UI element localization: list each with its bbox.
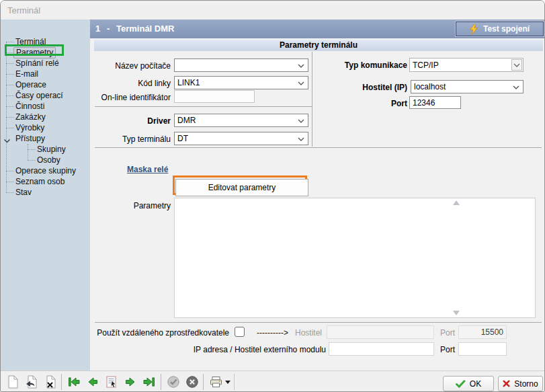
sidebar-item-seznam-osob[interactable]: Seznam osob xyxy=(1,176,90,187)
next-record-button[interactable] xyxy=(122,375,138,389)
main-panel: 1 - Terminál DMR Test spojení Parametry … xyxy=(90,19,545,370)
record-title: Terminál DMR xyxy=(116,24,174,34)
relay-mask-link[interactable]: Maska relé xyxy=(127,165,168,174)
sidebar-item-operace[interactable]: Operace xyxy=(1,79,90,90)
cancel-button[interactable] xyxy=(184,375,200,389)
toolbar-separator xyxy=(161,374,161,390)
delete-record-icon xyxy=(44,375,56,389)
browse-records-icon xyxy=(105,375,118,389)
ok-button-label: OK xyxy=(470,379,481,389)
sidebar-item-casy-operaci[interactable]: Časy operací xyxy=(1,90,90,101)
print-icon xyxy=(209,375,223,389)
driver-label: Driver xyxy=(90,116,171,126)
window-title: Terminál xyxy=(7,5,40,15)
line-code-combobox[interactable]: LINK1 xyxy=(174,76,308,89)
external-module-host-label: IP adresa / Hostitel externího modulu xyxy=(171,345,326,354)
toolbar-separator xyxy=(234,374,235,390)
sidebar-item-spinani-rele[interactable]: Spínání relé xyxy=(1,58,90,69)
sidebar-item-stav[interactable]: Stav xyxy=(1,187,90,198)
scroll-down-icon[interactable] xyxy=(453,311,460,315)
sidebar-item-skupiny[interactable]: Skupiny xyxy=(1,144,90,155)
driver-combobox[interactable]: DMR xyxy=(174,114,308,127)
revert-record-button[interactable] xyxy=(24,375,40,389)
external-module-host-input[interactable] xyxy=(329,342,434,356)
ok-check-icon xyxy=(456,380,466,388)
storno-button-label: Storno xyxy=(514,379,538,389)
sidebar-item-email[interactable]: E-mail xyxy=(1,69,90,79)
annotation-green-box xyxy=(5,44,64,56)
sidebar-item-operace-skupiny[interactable]: Operace skupiny xyxy=(1,165,90,176)
communication-type-combobox[interactable]: TCP/IP xyxy=(409,58,523,72)
browse-records-button[interactable] xyxy=(103,375,120,389)
storno-button[interactable]: Storno xyxy=(498,376,543,391)
host-ip-combobox[interactable]: localhost xyxy=(411,80,523,93)
line-code-label: Kód linky xyxy=(90,79,171,88)
computer-name-combobox[interactable] xyxy=(174,58,308,72)
use-remote-broker-checkbox[interactable] xyxy=(235,327,245,337)
sidebar-tree: Terminál Parametry Spínání relé E-mail O… xyxy=(1,36,90,198)
cancel-icon xyxy=(185,375,199,389)
title-bar: Terminál xyxy=(1,1,545,19)
last-record-button[interactable] xyxy=(141,375,157,389)
revert-record-icon xyxy=(26,375,38,389)
chevron-down-icon xyxy=(513,82,519,91)
accept-button[interactable] xyxy=(165,375,181,389)
scroll-up-icon[interactable] xyxy=(453,200,460,205)
parameters-textarea[interactable] xyxy=(174,198,536,318)
sidebar-item-osoby[interactable]: Osoby xyxy=(1,155,90,165)
sidebar-item-vyrobky[interactable]: Výrobky xyxy=(1,122,90,133)
computer-name-label: Název počítače xyxy=(90,61,171,71)
first-record-icon xyxy=(67,375,81,389)
online-identifier-label: On-line identifikátor xyxy=(90,93,171,102)
parameters-label: Parametry xyxy=(90,201,171,210)
last-record-icon xyxy=(142,375,156,389)
terminal-type-combobox[interactable]: DT xyxy=(174,132,308,145)
record-header-bar: 1 - Terminál DMR Test spojení xyxy=(90,19,545,38)
host-ip-label: Hostitel (IP) xyxy=(327,83,407,92)
previous-record-button[interactable] xyxy=(85,375,101,389)
next-record-icon xyxy=(124,375,137,389)
communication-type-label: Typ komunikace xyxy=(327,61,407,70)
record-number: 1 xyxy=(95,24,100,34)
sidebar-item-pristupy[interactable]: Přístupy xyxy=(1,133,90,144)
chevron-down-icon[interactable] xyxy=(511,59,522,71)
online-identifier-input[interactable] xyxy=(174,90,255,103)
toolbar-separator xyxy=(203,374,204,390)
group-divider xyxy=(95,147,542,148)
remote-host-input xyxy=(327,325,434,339)
new-record-button[interactable] xyxy=(5,375,21,389)
chevron-down-icon xyxy=(298,61,304,70)
test-connection-label: Test spojení xyxy=(483,24,530,34)
terminal-dialog-window: Terminál Terminál Parametry Spínání relé… xyxy=(0,0,545,392)
external-module-port-label: Port xyxy=(437,345,455,354)
remote-port-input xyxy=(458,325,507,339)
accept-icon xyxy=(167,375,180,389)
chevron-down-icon xyxy=(298,134,304,143)
port-input[interactable] xyxy=(409,96,461,109)
chevron-down-icon xyxy=(298,78,304,87)
sidebar-item-zakazky[interactable]: Zakázky xyxy=(1,112,90,122)
section-title-bar: Parametry terminálu xyxy=(94,40,543,51)
remote-port-label: Port xyxy=(437,328,455,338)
print-menu-caret-icon[interactable] xyxy=(225,381,230,384)
sidebar-item-cinnosti[interactable]: Činnosti xyxy=(1,101,90,112)
print-button[interactable] xyxy=(208,375,224,389)
first-record-button[interactable] xyxy=(66,375,82,389)
chevron-down-icon xyxy=(298,116,304,125)
bottom-toolbar-strip: OK Storno xyxy=(1,370,545,392)
external-module-port-input[interactable] xyxy=(458,342,507,356)
edit-parameters-button[interactable]: Editovat parametry xyxy=(175,179,308,196)
new-record-icon xyxy=(7,375,19,389)
ok-button[interactable]: OK xyxy=(443,376,494,391)
column-divider xyxy=(312,52,312,147)
left-group-divider xyxy=(95,106,312,107)
toolbar-separator xyxy=(61,374,62,390)
bottom-group-divider xyxy=(95,322,542,323)
storno-x-icon xyxy=(503,380,510,387)
arrow-text: ----------> xyxy=(257,328,288,338)
previous-record-icon xyxy=(86,375,99,389)
delete-record-button[interactable] xyxy=(42,375,58,389)
use-remote-broker-label: Použít vzdáleného zprostředkovatele xyxy=(90,328,229,338)
test-connection-button[interactable]: Test spojení xyxy=(456,22,544,36)
port-label: Port xyxy=(327,99,407,108)
